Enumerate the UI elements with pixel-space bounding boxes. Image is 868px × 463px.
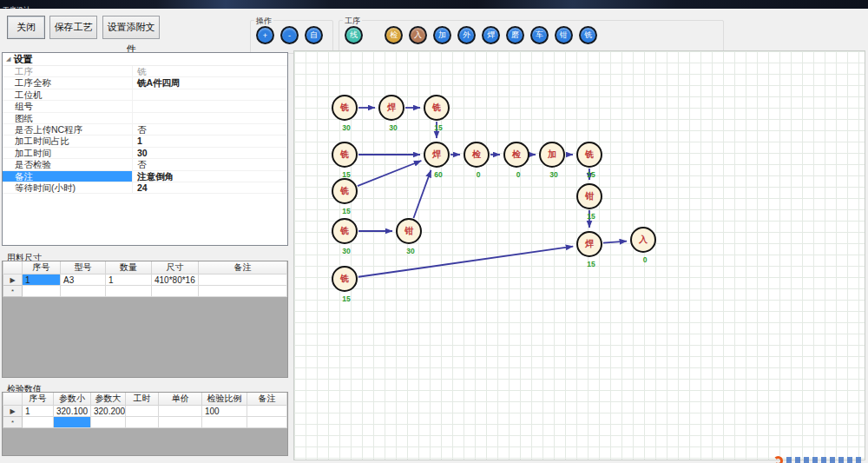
column-header[interactable]: 备注 bbox=[199, 261, 287, 274]
property-value[interactable]: 铣A件四周 bbox=[133, 77, 287, 88]
process-circle-button-焊[interactable]: 焊 bbox=[482, 26, 500, 44]
table-cell[interactable]: A3 bbox=[61, 274, 106, 286]
table-cell[interactable]: 100 bbox=[202, 406, 247, 417]
close-button[interactable]: 关闭 bbox=[7, 16, 45, 39]
table-cell[interactable] bbox=[23, 417, 54, 428]
property-value[interactable]: 否 bbox=[133, 124, 287, 135]
table-cell[interactable]: 320.200 bbox=[91, 406, 126, 417]
row-selector[interactable]: ▶ bbox=[3, 274, 23, 286]
table-cell[interactable] bbox=[126, 417, 159, 428]
flow-node-焊-4[interactable]: 焊60 bbox=[424, 142, 450, 168]
property-label[interactable]: 图纸 bbox=[3, 113, 133, 123]
property-row[interactable]: 加工时间30 bbox=[3, 148, 287, 159]
flow-node-钳-12[interactable]: 钳15 bbox=[576, 183, 602, 209]
property-label[interactable]: 是否上传NC程序 bbox=[3, 124, 133, 135]
property-label[interactable]: 备注 bbox=[3, 171, 133, 182]
table-cell[interactable] bbox=[152, 286, 199, 297]
table-cell[interactable] bbox=[202, 417, 247, 428]
column-header[interactable]: 型号 bbox=[61, 261, 106, 274]
column-header[interactable]: 尺寸 bbox=[152, 261, 199, 274]
column-header[interactable]: 参数大 bbox=[91, 393, 126, 406]
flow-node-入-14[interactable]: 入0 bbox=[630, 227, 656, 253]
property-value[interactable]: 24 bbox=[133, 182, 287, 193]
property-value[interactable]: 否 bbox=[133, 159, 287, 169]
process-circle-button-检[interactable]: 检 bbox=[385, 26, 403, 44]
property-row[interactable]: 组号 bbox=[3, 101, 287, 112]
table-cell[interactable] bbox=[159, 406, 202, 417]
property-label[interactable]: 等待时间(小时) bbox=[3, 182, 133, 193]
property-row[interactable]: 图纸 bbox=[3, 113, 287, 124]
table-cell[interactable] bbox=[247, 417, 287, 428]
property-row[interactable]: 是否上传NC程序否 bbox=[3, 124, 287, 136]
material-table[interactable]: 序号型号数量尺寸备注▶1A31410*80*16* bbox=[3, 261, 287, 297]
table-cell[interactable]: 1 bbox=[23, 274, 61, 286]
property-value[interactable]: 注意倒角 bbox=[133, 171, 287, 182]
process-circle-button-+[interactable]: + bbox=[256, 26, 274, 44]
table-cell[interactable] bbox=[247, 406, 287, 417]
flow-node-铣-9[interactable]: 铣15 bbox=[332, 178, 358, 204]
table-cell[interactable] bbox=[54, 417, 91, 428]
inspection-table[interactable]: 序号参数小参数大工时单价检验比例备注▶1320.100320.200100* bbox=[3, 393, 287, 428]
table-row[interactable]: ▶1320.100320.200100 bbox=[3, 406, 287, 417]
column-header[interactable]: 序号 bbox=[23, 261, 61, 274]
property-row[interactable]: 工序全称铣A件四周 bbox=[3, 77, 287, 89]
property-row[interactable]: 加工时间占比1 bbox=[3, 136, 287, 147]
flow-node-加-7[interactable]: 加30 bbox=[539, 142, 565, 168]
column-header[interactable]: 工时 bbox=[126, 393, 159, 406]
column-header[interactable]: 参数小 bbox=[54, 393, 91, 406]
flow-node-检-5[interactable]: 检0 bbox=[464, 142, 490, 168]
process-circle-button-外[interactable]: 外 bbox=[457, 26, 476, 44]
table-cell[interactable] bbox=[106, 286, 152, 297]
attach-file-button[interactable]: 设置添附文件 bbox=[102, 16, 160, 39]
table-row[interactable]: ▶1A31410*80*16 bbox=[3, 274, 287, 286]
property-category-header[interactable]: ◢ 设置 bbox=[3, 53, 287, 66]
property-value[interactable]: 铣 bbox=[133, 66, 287, 76]
save-process-button[interactable]: 保存工艺 bbox=[49, 16, 97, 39]
table-cell[interactable] bbox=[159, 417, 202, 428]
property-label[interactable]: 工序 bbox=[3, 66, 133, 76]
table-cell[interactable] bbox=[199, 286, 287, 297]
process-circle-button-入[interactable]: 入 bbox=[409, 26, 427, 44]
table-cell[interactable]: 1 bbox=[106, 274, 152, 286]
flow-node-铣-3[interactable]: 铣15 bbox=[332, 142, 358, 168]
table-cell[interactable] bbox=[199, 274, 287, 286]
row-selector[interactable]: ▶ bbox=[3, 406, 23, 417]
property-value[interactable]: 1 bbox=[133, 136, 287, 146]
property-row[interactable]: 等待时间(小时)24 bbox=[3, 182, 287, 194]
property-row[interactable]: 工位机 bbox=[3, 89, 287, 101]
process-circle-button--[interactable]: - bbox=[280, 26, 299, 44]
property-label[interactable]: 工位机 bbox=[3, 89, 133, 100]
property-label[interactable]: 加工时间 bbox=[3, 148, 133, 158]
property-label[interactable]: 组号 bbox=[3, 101, 133, 111]
table-cell[interactable] bbox=[23, 286, 61, 297]
row-selector[interactable]: * bbox=[3, 417, 23, 428]
window-titlebar[interactable]: 工序设计 bbox=[0, 0, 868, 9]
column-header[interactable]: 备注 bbox=[247, 393, 287, 406]
table-cell[interactable]: 1 bbox=[23, 406, 54, 417]
flow-node-钳-11[interactable]: 钳30 bbox=[396, 218, 422, 244]
flow-node-铣-15[interactable]: 铣15 bbox=[332, 266, 358, 292]
new-row[interactable]: * bbox=[3, 286, 287, 297]
property-row[interactable]: 备注注意倒角 bbox=[3, 171, 287, 182]
flow-node-铣-10[interactable]: 铣30 bbox=[332, 218, 358, 244]
process-circle-button-线[interactable]: 线 bbox=[345, 26, 363, 44]
property-value[interactable] bbox=[133, 101, 287, 111]
column-header[interactable]: 检验比例 bbox=[202, 393, 247, 406]
process-circle-button-车[interactable]: 车 bbox=[530, 26, 549, 44]
flow-node-铣-8[interactable]: 铣15 bbox=[576, 142, 602, 168]
table-cell[interactable] bbox=[61, 286, 106, 297]
column-header[interactable]: 单价 bbox=[159, 393, 202, 406]
process-circle-button-铣[interactable]: 铣 bbox=[579, 26, 597, 44]
table-cell[interactable] bbox=[91, 417, 126, 428]
flow-node-检-6[interactable]: 检0 bbox=[503, 142, 529, 168]
column-header[interactable]: 数量 bbox=[106, 261, 152, 274]
process-circle-button-自[interactable]: 自 bbox=[305, 26, 323, 44]
property-value[interactable] bbox=[133, 113, 287, 123]
flow-node-铣-2[interactable]: 铣15 bbox=[424, 95, 450, 121]
process-circle-button-磨[interactable]: 磨 bbox=[506, 26, 524, 44]
flow-node-铣-0[interactable]: 铣30 bbox=[332, 95, 358, 121]
new-row[interactable]: * bbox=[3, 417, 287, 428]
row-selector[interactable]: * bbox=[3, 286, 23, 297]
property-label[interactable]: 是否检验 bbox=[3, 159, 133, 169]
process-flow-canvas[interactable]: 铣30焊30铣15铣15焊60检0检0加30铣15铣15铣30钳30钳15焊15… bbox=[293, 50, 865, 460]
